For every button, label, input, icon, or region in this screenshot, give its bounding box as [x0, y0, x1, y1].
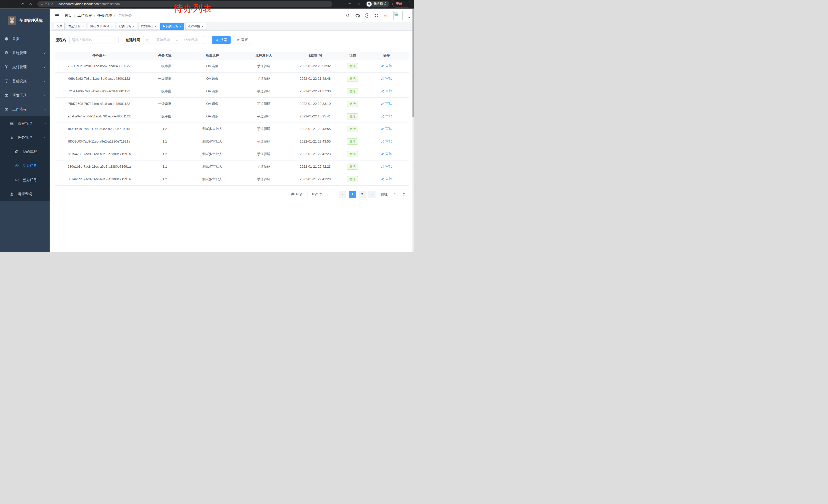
created-cell: 2022-01-21 22:43:55	[290, 123, 341, 135]
toolbox-icon	[4, 93, 9, 97]
goto-unit: 页	[403, 192, 406, 197]
security-warning[interactable]: ▲ 不安全	[41, 2, 53, 6]
approve-link[interactable]: 审批	[381, 177, 392, 181]
scrollbar-thumb[interactable]	[412, 9, 414, 117]
fullscreen-icon[interactable]	[374, 13, 379, 18]
question-icon[interactable]: ?	[365, 13, 369, 18]
tab-4[interactable]: 我的流程×	[138, 23, 159, 30]
close-icon[interactable]: ×	[111, 25, 113, 28]
window-scrollbar[interactable]	[412, 9, 414, 252]
approve-label: 审批	[385, 114, 392, 119]
breadcrumb-item-1[interactable]: 工作流程	[78, 13, 92, 18]
sidebar-item-label: 系统管理	[12, 51, 27, 55]
task-id-cell: 73211d9d-7b9b-11ec-b5b7-acde48001122	[55, 60, 143, 72]
home-icon[interactable]: ⌂	[27, 1, 34, 7]
tab-2[interactable]: 流程表单-编辑×	[88, 23, 115, 30]
approve-link[interactable]: 审批	[381, 151, 392, 156]
approve-link[interactable]: 审批	[381, 89, 392, 93]
github-icon[interactable]	[355, 13, 360, 18]
close-icon[interactable]: ×	[155, 25, 157, 28]
created-cell: 2022-01-21 22:42:23	[290, 148, 341, 160]
date-range-picker[interactable]: 开始日期 - 结束日期	[143, 36, 205, 44]
action-cell: 审批	[364, 72, 409, 85]
back-icon[interactable]: ←	[3, 1, 9, 7]
process-cell: OA 请假	[187, 110, 238, 123]
avatar[interactable]	[394, 11, 403, 20]
close-icon[interactable]: ×	[179, 25, 182, 28]
sidebar-item-4[interactable]: 研发工具	[0, 88, 50, 102]
chevron-up-icon	[43, 136, 46, 139]
filter-form: 流程名 请输入流程名 创建时间 开始日期 - 结束日期	[55, 36, 409, 44]
close-icon[interactable]: ×	[82, 25, 84, 28]
action-cell: 审批	[364, 85, 409, 97]
search-button[interactable]: 搜索	[212, 36, 231, 44]
star-icon[interactable]: ☆	[356, 1, 363, 7]
navbar-actions: ? TT	[346, 11, 410, 20]
caret-down-icon[interactable]	[408, 17, 410, 18]
sidebar-item-8[interactable]: 我的流程	[0, 145, 50, 159]
action-cell: 审批	[364, 110, 409, 123]
font-size-icon[interactable]: TT	[384, 13, 388, 18]
update-button[interactable]: 更新 ⋮	[392, 1, 411, 7]
sidebar-item-10[interactable]: 已办任务	[0, 173, 50, 187]
sidebar-item-2[interactable]: ¥支付管理	[0, 60, 50, 74]
approve-link[interactable]: 审批	[381, 114, 392, 119]
tab-5[interactable]: 待办任务×	[160, 23, 184, 30]
action-cell: 审批	[364, 60, 409, 72]
status-cell: 激活	[341, 72, 364, 85]
breadcrumb-separator: /	[114, 13, 115, 18]
sidebar-item-0[interactable]: 首页	[0, 32, 50, 46]
sidebar-item-5[interactable]: 工作流程	[0, 102, 50, 117]
sidebar-item-11[interactable]: 请假查询	[0, 187, 50, 201]
close-icon[interactable]: ×	[201, 25, 204, 28]
approve-link[interactable]: 审批	[381, 126, 392, 131]
approve-link[interactable]: 审批	[381, 139, 392, 144]
approve-link[interactable]: 审批	[381, 101, 392, 106]
breadcrumb-item-2[interactable]: 任务管理	[97, 13, 112, 18]
breadcrumb-separator: /	[94, 13, 95, 18]
next-page-button[interactable]: ›	[368, 191, 376, 198]
action-cell: 审批	[364, 148, 409, 160]
approve-link[interactable]: 审批	[381, 76, 392, 81]
created-cell: 2022-01-22 21:37:30	[290, 85, 341, 97]
page-button-2[interactable]: 2	[359, 191, 366, 198]
tab-0[interactable]: 首页	[54, 23, 65, 30]
tab-3[interactable]: 已办任务×	[117, 23, 137, 30]
process-name-input[interactable]: 请输入流程名	[69, 36, 119, 44]
approve-label: 审批	[385, 76, 392, 81]
reset-button[interactable]: ⟳ 重置	[233, 36, 251, 44]
sidebar-item-label: 支付管理	[12, 65, 27, 70]
process-cell: 测试多审批人	[187, 123, 238, 135]
page-button-1[interactable]: 1	[349, 191, 356, 198]
starter-cell: 芋道源码	[238, 160, 290, 173]
hamburger-icon[interactable]	[54, 12, 60, 19]
range-separator: -	[176, 38, 177, 42]
prev-page-button[interactable]: ‹	[339, 191, 346, 198]
approve-link[interactable]: 审批	[381, 63, 392, 68]
tab-6[interactable]: 流程详情×	[185, 23, 206, 30]
pencil-icon	[381, 64, 384, 68]
reload-icon[interactable]: ⟳	[19, 1, 26, 7]
sidebar-item-9[interactable]: 待办任务	[0, 159, 50, 173]
tab-1[interactable]: 发起流程×	[66, 23, 86, 30]
key-icon[interactable]	[346, 1, 353, 7]
sidebar-item-7[interactable]: 任务管理	[0, 131, 50, 145]
approve-link[interactable]: 审批	[381, 164, 392, 169]
sidebar-logo[interactable]: 🐰 芋道管理系统	[0, 9, 50, 32]
sidebar-item-6[interactable]: 流程管理	[0, 117, 50, 131]
breadcrumb-item-0[interactable]: 首页	[65, 13, 72, 18]
close-icon[interactable]: ×	[133, 25, 135, 28]
search-icon[interactable]	[346, 13, 350, 18]
sidebar-item-label: 流程管理	[18, 121, 32, 126]
sidebar-item-1[interactable]: ⚙系统管理	[0, 46, 50, 60]
process-cell: 测试多审批人	[187, 160, 238, 173]
sidebar-item-3[interactable]: 基础设施	[0, 74, 50, 88]
page-size-select[interactable]: 10条/页	[307, 191, 333, 198]
task-id-cell: 725a1eb6-7b88-11ec-8ef0-acde48001122	[55, 85, 143, 97]
task-id-cell: 580e1b3d-7ac8-11ec-a9e2-a2380e71991a	[55, 160, 143, 173]
goto-page-input[interactable]: 1	[389, 191, 401, 198]
end-date-placeholder[interactable]: 结束日期	[179, 38, 202, 42]
forward-icon[interactable]: →	[11, 1, 17, 7]
start-date-placeholder[interactable]: 开始日期	[152, 38, 174, 42]
menu-dots-icon[interactable]: ⋮	[405, 2, 408, 6]
